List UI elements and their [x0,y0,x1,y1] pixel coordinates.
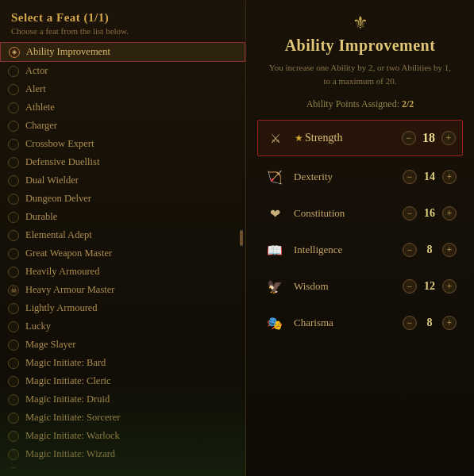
feat-item-magic-initiate-wizard[interactable]: Magic Initiate: Wizard [0,445,245,463]
constitution-plus-button[interactable]: + [442,206,457,221]
feat-item-alert[interactable]: Alert [0,80,245,98]
feat-item-icon [8,139,19,150]
strength-name: Strength [305,132,394,144]
feat-item-icon [8,267,19,278]
feat-item-mage-slayer[interactable]: Mage Slayer [0,336,245,354]
feat-item-magic-initiate-cleric[interactable]: Magic Initiate: Cleric [0,372,245,390]
intelligence-plus-button[interactable]: + [442,243,457,257]
intelligence-minus-button[interactable]: − [403,243,417,257]
ability-row-constitution: ❤Constitution−16+ [257,198,463,229]
intelligence-controls: −8+ [403,243,457,257]
dexterity-icon: 🏹 [264,166,286,188]
feat-item-label: Defensive Duellist [25,156,99,168]
feat-item-icon [8,121,19,132]
strength-icon: ⚔ [264,127,287,149]
feat-item-label: Actor [25,65,48,77]
panel-subtitle: Choose a feat from the list below. [0,26,245,42]
feat-item-lightly-armoured[interactable]: Lightly Armoured [0,299,245,317]
feat-item-icon [8,175,19,186]
ability-list: ⚔★ Strength−18+🏹Dexterity−14+❤Constituti… [257,120,463,339]
feat-item-durable[interactable]: Durable [0,208,245,226]
wisdom-minus-button[interactable]: − [403,279,417,294]
ability-points-value: 2/2 [402,98,414,109]
feat-item-label: Ability Improvement [26,46,110,58]
feat-item-label: Alert [25,83,46,95]
feat-item-elemental-adept[interactable]: Elemental Adept [0,226,245,244]
strength-plus-button[interactable]: + [441,131,456,145]
feat-item-icon [8,84,19,95]
right-panel-title: Ability Improvement [285,36,436,55]
charisma-controls: −8+ [403,316,457,330]
feat-item-ability-improvement[interactable]: ◈Ability Improvement [0,42,245,62]
feat-item-label: Athlete [25,102,55,113]
intelligence-name: Intelligence [294,244,395,256]
feat-item-dual-wielder[interactable]: Dual Wielder [0,171,245,190]
feat-item-icon [8,212,19,223]
feat-item-defensive-duellist[interactable]: Defensive Duellist [0,153,245,171]
feat-item-magic-initiate-druid[interactable]: Magic Initiate: Druid [0,390,245,409]
feat-item-icon [8,248,19,259]
feat-item-label: Magic Initiate: Wizard [25,448,115,460]
feat-item-magic-initiate-warlock[interactable]: Magic Initiate: Warlock [0,427,245,445]
feat-item-magic-initiate-sorcerer[interactable]: Magic Initiate: Sorcerer [0,409,245,427]
feat-item-dungeon-delver[interactable]: Dungeon Delver [0,190,245,208]
wisdom-value: 12 [422,280,437,293]
charisma-name: Charisma [294,317,395,329]
intelligence-value: 8 [422,244,437,256]
ability-row-intelligence: 📖Intelligence−8+ [257,234,463,266]
feat-item-icon: ◈ [9,47,20,58]
feat-item-icon [8,66,19,77]
charisma-plus-button[interactable]: + [442,316,457,330]
feat-item-icon [8,358,19,369]
feat-item-label: Magic Initiate: Warlock [25,430,120,442]
dexterity-plus-button[interactable]: + [442,170,457,184]
constitution-name: Constitution [294,207,395,220]
ability-row-wisdom: 🦅Wisdom−12+ [257,271,463,302]
feat-item-label: Heavy Armour Master [25,284,114,296]
feat-item-icon [8,449,19,460]
feat-item-martial-adept[interactable]: Martial Adept [0,463,245,468]
feat-item-actor[interactable]: Actor [0,62,245,80]
feat-item-label: Crossbow Expert [25,138,94,150]
wisdom-plus-button[interactable]: + [442,279,457,294]
feat-item-label: Great Weapon Master [25,248,112,259]
charisma-minus-button[interactable]: − [403,316,417,330]
feat-item-magic-initiate-bard[interactable]: Magic Initiate: Bard [0,354,245,372]
feat-item-icon [8,467,19,469]
panel-title: Select a Feat (1/1) [0,8,245,26]
feat-item-icon [8,194,19,205]
strength-value: 18 [421,131,437,145]
strength-minus-button[interactable]: − [402,131,416,145]
dexterity-value: 14 [422,171,437,183]
dexterity-minus-button[interactable]: − [403,170,417,184]
feat-item-great-weapon-master[interactable]: Great Weapon Master [0,244,245,263]
wisdom-icon: 🦅 [264,275,286,298]
feat-item-icon [8,340,19,351]
feat-item-charger[interactable]: Charger [0,117,245,135]
constitution-value: 16 [422,207,437,220]
ability-improvement-panel: ⚜ Ability Improvement You increase one A… [246,0,474,476]
feat-list: ◈Ability ImprovementActorAlertAthleteCha… [0,42,245,468]
feat-item-icon [8,413,19,424]
strength-controls: −18+ [402,131,456,145]
charisma-icon: 🎭 [264,312,286,334]
feat-item-crossbow-expert[interactable]: Crossbow Expert [0,135,245,153]
intelligence-icon: 📖 [264,239,286,261]
feat-item-athlete[interactable]: Athlete [0,98,245,117]
feat-item-heavy-armour-master[interactable]: ☠Heavy Armour Master [0,281,245,299]
feat-item-icon [8,230,19,241]
feat-item-heavily-armoured[interactable]: Heavily Armoured [0,263,245,281]
feat-item-lucky[interactable]: Lucky [0,317,245,336]
constitution-controls: −16+ [403,206,457,221]
feat-item-label: Lucky [25,321,51,332]
charisma-value: 8 [422,317,437,329]
feat-item-icon [8,303,19,314]
right-panel-description: You increase one Ability by 2, or two Ab… [257,61,463,87]
feat-item-label: Magic Initiate: Bard [25,357,106,369]
feat-item-icon [8,102,19,113]
constitution-minus-button[interactable]: − [403,206,417,221]
feat-item-icon [8,321,19,332]
wisdom-name: Wisdom [294,280,395,293]
feat-item-icon [8,431,19,442]
constitution-icon: ❤ [264,202,286,225]
